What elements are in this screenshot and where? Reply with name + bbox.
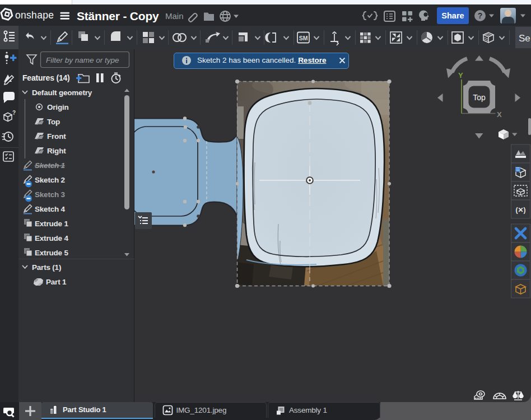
svg-text:Top: Top: [47, 118, 60, 126]
svg-text:Sketch 2: Sketch 2: [35, 176, 65, 184]
svg-text:Part 1: Part 1: [46, 278, 67, 286]
svg-text:Y: Y: [458, 71, 463, 80]
svg-text:Features (14): Features (14): [22, 73, 70, 82]
svg-text:onshape: onshape: [15, 10, 54, 21]
svg-text:SM: SM: [299, 35, 308, 41]
svg-text:Front: Front: [47, 132, 66, 141]
svg-text:Extrude 1: Extrude 1: [35, 220, 68, 228]
svg-text:?: ?: [12, 110, 16, 116]
svg-text:Origin: Origin: [47, 103, 69, 111]
svg-text:Se: Se: [519, 33, 530, 44]
svg-text:Main: Main: [165, 11, 184, 21]
svg-text:Default geometry: Default geometry: [32, 88, 92, 97]
svg-text:Top: Top: [473, 93, 486, 102]
svg-text:Extrude 4: Extrude 4: [35, 234, 68, 242]
svg-text:Right: Right: [47, 147, 66, 155]
svg-text:Sketch 1: Sketch 1: [35, 161, 65, 170]
svg-text:X: X: [497, 110, 502, 119]
svg-text:(✕): (✕): [515, 206, 525, 214]
svg-text:Sketch 3: Sketch 3: [35, 190, 66, 199]
svg-text:Parts (1): Parts (1): [32, 263, 61, 272]
svg-text:?: ?: [478, 11, 483, 20]
svg-text:Stänner - Copy: Stänner - Copy: [77, 10, 159, 22]
svg-text:Extrude 5: Extrude 5: [35, 249, 68, 257]
svg-text:Sketch 4: Sketch 4: [35, 205, 66, 213]
svg-text:Filter by name or type: Filter by name or type: [46, 56, 119, 64]
